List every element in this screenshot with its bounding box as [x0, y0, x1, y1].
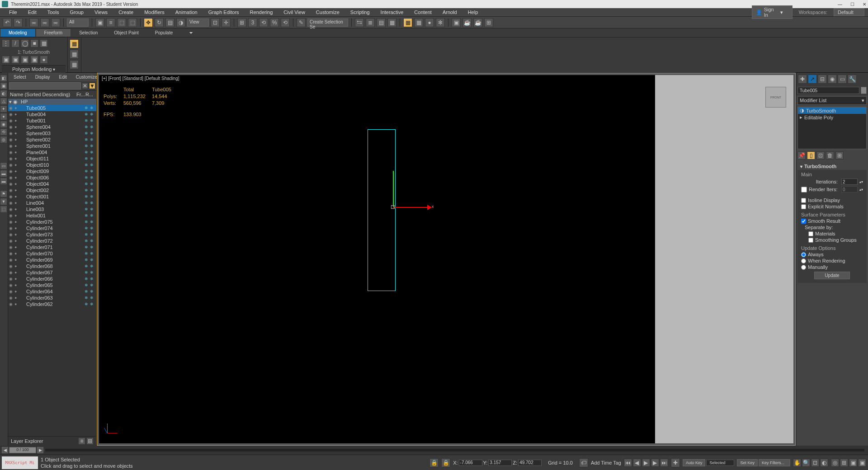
object-name-input[interactable] [797, 87, 859, 94]
anglesnap-button[interactable]: ⟲ [259, 18, 268, 27]
lv-10[interactable]: ▭ [0, 162, 7, 169]
maxscript-mini[interactable]: MAXScript Mi [2, 456, 38, 469]
scene-item[interactable]: ◉●Cylinder062❄❄ [8, 301, 96, 307]
scene-item[interactable]: ◉●Cylinder074❄❄ [8, 225, 96, 231]
scene-filter-button[interactable]: ▼ [89, 83, 95, 89]
lock-icon[interactable]: 🔒 [429, 458, 439, 467]
lv-12[interactable]: ▬ [0, 178, 7, 185]
menu-rendering[interactable]: Rendering [245, 9, 278, 16]
menu-modifiers[interactable]: Modifiers [139, 9, 170, 16]
ribbon-tab-selection[interactable]: Selection [71, 29, 106, 37]
vertex-icon[interactable]: ⋮ [2, 39, 10, 47]
rb-3[interactable]: ▣ [21, 56, 29, 64]
scene-item[interactable]: ◉●Cylinder075❄❄ [8, 219, 96, 225]
iterations-input[interactable] [841, 179, 858, 185]
ribbon-tab-objectpaint[interactable]: Object Paint [106, 29, 146, 37]
scene-item[interactable]: ◉●Object010❄❄ [8, 162, 96, 168]
cp-create-icon[interactable]: ✚ [798, 75, 807, 84]
menu-create[interactable]: Create [113, 9, 139, 16]
lv-11[interactable]: ▬ [0, 170, 7, 177]
keymode-dropdown[interactable]: Selected [706, 460, 734, 466]
scene-item[interactable]: ◉●Sphere003❄❄ [8, 130, 96, 136]
signin-dropdown[interactable]: 👤 Sign In ▾ [752, 5, 793, 19]
scene-search-input[interactable] [9, 82, 81, 89]
bind-button[interactable]: ⫘ [51, 18, 60, 27]
placement-button[interactable]: ◑ [176, 18, 185, 27]
addtimetag-button[interactable]: Add Time Tag [591, 460, 621, 465]
maxview-icon[interactable]: ▣ [849, 459, 857, 467]
lv-9[interactable]: ◎ [0, 136, 7, 143]
scene-item[interactable]: ◉●Cylinder065❄❄ [8, 282, 96, 288]
y-input[interactable] [488, 460, 512, 466]
cp-hierarchy-icon[interactable]: ⊟ [818, 75, 827, 84]
scene-item[interactable]: ◉●Line003❄❄ [8, 206, 96, 212]
modifier-stack[interactable]: ◑TurboSmooth ▸Editable Poly [797, 107, 867, 149]
rb-side-2[interactable]: ▦ [70, 50, 79, 59]
stack-editablepoly[interactable]: ▸Editable Poly [798, 114, 866, 121]
time-slider[interactable]: ◀ 0 / 100 ▶ [0, 446, 868, 455]
rb-side-1[interactable]: ▦ [70, 39, 79, 48]
scene-item[interactable]: ◉●Plane004❄❄ [8, 149, 96, 155]
x-input[interactable] [459, 460, 482, 466]
fov-icon[interactable]: ◐ [820, 459, 828, 467]
orbit-icon[interactable]: ◎ [831, 459, 839, 467]
smoothinggroups-checkbox[interactable] [808, 238, 813, 243]
percentsnap-button[interactable]: % [270, 18, 279, 27]
lv-6[interactable]: ● [0, 113, 7, 120]
rb-4[interactable]: ▣ [30, 56, 38, 64]
layers-button[interactable]: ▤ [377, 18, 386, 27]
rb-2[interactable]: ▣ [11, 56, 19, 64]
whenrendering-radio[interactable] [801, 258, 806, 263]
toggle-ribbon-button[interactable]: ▦ [387, 18, 396, 27]
select-name-button[interactable]: ≡ [106, 18, 115, 27]
layer-btn-1[interactable]: ≡ [78, 437, 85, 445]
rollout-header[interactable]: ▾ TurboSmooth [797, 163, 867, 170]
cp-display-icon[interactable]: ▭ [838, 75, 847, 84]
ribbon-footer[interactable]: Polygon Modeling ▾ [2, 65, 66, 73]
scene-tree[interactable]: ▾ ◉HP ◉●Tube005❄❄◉●Tube004❄❄◉●Tube001❄❄◉… [8, 99, 96, 436]
render-button[interactable]: ☕ [462, 18, 472, 27]
render-frame-button[interactable]: ▣ [452, 18, 461, 27]
layer-btn-2[interactable]: ⊞ [86, 437, 94, 445]
time-knob[interactable]: 0 / 100 [9, 447, 36, 453]
scene-item[interactable]: ◉●Cylinder066❄❄ [8, 276, 96, 282]
manip-button[interactable]: ✛ [222, 18, 231, 27]
scene-item[interactable]: ◉●Cylinder070❄❄ [8, 250, 96, 257]
renderiters-checkbox[interactable] [801, 187, 807, 193]
update-button[interactable]: Update [814, 272, 849, 279]
timetag-icon[interactable]: 🏷 [579, 458, 588, 467]
lv-1[interactable]: ◧ [0, 75, 7, 82]
rb-5[interactable]: ● [40, 56, 48, 64]
rotate-button[interactable]: ↻ [155, 18, 164, 27]
play-icon[interactable]: ▶ [642, 459, 650, 467]
menu-grapheditors[interactable]: Graph Editors [203, 9, 245, 16]
namedselset-dropdown[interactable]: Create Selection Se [307, 19, 348, 27]
scene-item[interactable]: ◉●Object004❄❄ [8, 181, 96, 187]
viewport[interactable]: [+] [Front] [Standard] [Default Shading]… [97, 73, 796, 446]
next-frame-icon[interactable]: ▶ [651, 459, 659, 467]
link-button[interactable]: ⫘ [29, 18, 38, 27]
select-window-button[interactable]: ⬚ [128, 18, 137, 27]
modifier-list-dropdown[interactable]: Modifier List▾ [797, 96, 867, 105]
menu-content[interactable]: Content [409, 9, 437, 16]
scene-item[interactable]: ◉●Helix001❄❄ [8, 212, 96, 219]
scene-search-clear[interactable]: ✕ [82, 83, 88, 89]
schematic-button[interactable]: ▦ [414, 18, 423, 27]
lv-8[interactable]: ⟲ [0, 128, 7, 136]
isoline-checkbox[interactable] [801, 198, 806, 203]
scene-item[interactable]: ◉●Cylinder067❄❄ [8, 269, 96, 276]
refcoord-dropdown[interactable]: View [187, 19, 209, 27]
scene-menu-edit[interactable]: Edit [55, 74, 71, 80]
scene-menu-select[interactable]: Select [9, 74, 31, 80]
goto-end-icon[interactable]: ⏭ [660, 459, 668, 467]
pivot-button[interactable]: ⊡ [211, 18, 220, 27]
scene-item[interactable]: ◉●Line004❄❄ [8, 200, 96, 206]
stack-remove-icon[interactable]: 🗑 [826, 151, 834, 160]
scene-item[interactable]: ◉●Tube001❄❄ [8, 118, 96, 124]
scene-item[interactable]: ◉●Cylinder071❄❄ [8, 244, 96, 250]
menu-tools[interactable]: Tools [42, 9, 65, 16]
stack-showend-icon[interactable]: ▯ [807, 151, 815, 160]
stack-unique-icon[interactable]: ⊡ [816, 151, 825, 160]
snap3-button[interactable]: 3 [248, 18, 257, 27]
scene-item[interactable]: ◉●Tube005❄❄ [8, 105, 96, 111]
